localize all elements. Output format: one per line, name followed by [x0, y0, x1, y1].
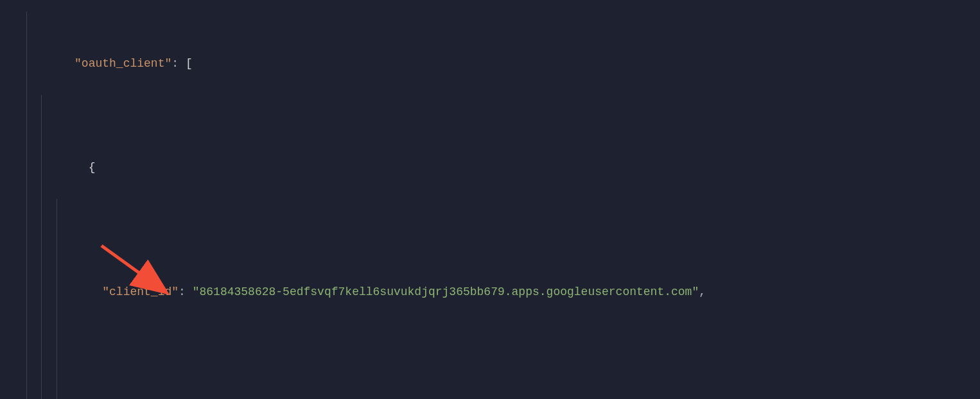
json-string: "86184358628-5edfsvqf7kell6suvukdjqrj365… — [193, 285, 699, 298]
code-line: { — [5, 95, 975, 199]
code-line: "client_id": "86184358628-5edfsvqf7kell6… — [5, 199, 975, 323]
json-key: "client_id" — [102, 285, 179, 298]
code-line: "client_type": 1, — [5, 323, 975, 399]
code-line: "oauth_client": [ — [5, 12, 975, 95]
code-editor-content[interactable]: "oauth_client": [ { "client_id": "861843… — [5, 12, 975, 399]
json-key: "oauth_client" — [74, 57, 171, 70]
